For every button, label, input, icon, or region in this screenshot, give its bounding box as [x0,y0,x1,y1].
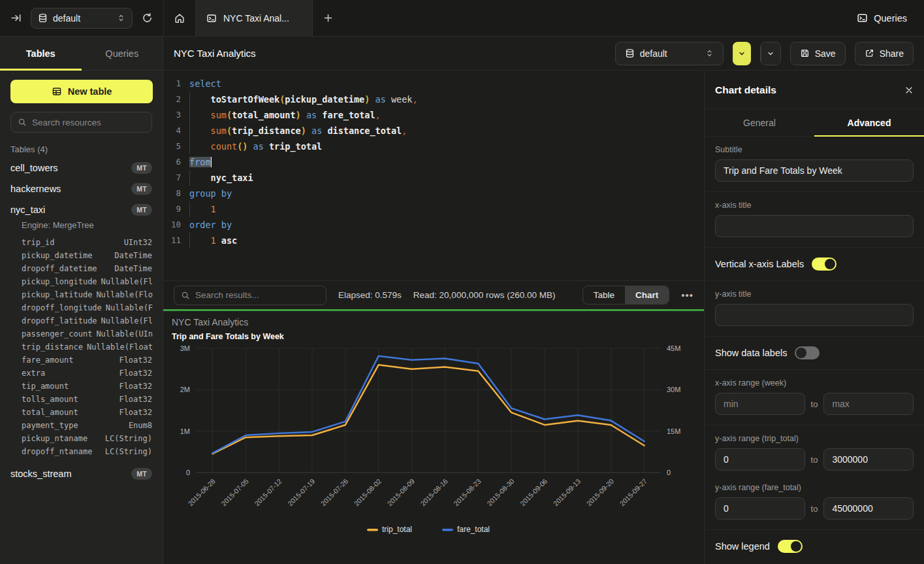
x-axis-title-label: x-axis title [715,201,914,210]
database-selector[interactable]: default [31,8,133,29]
results-toolbar: Elapsed: 0.579s Read: 20,000,000 rows (2… [163,280,704,309]
sidebar-search[interactable] [10,112,152,133]
chart-svg: NYC Taxi AnalyticsTrip and Fare Totals b… [163,311,704,561]
run-options-chevron-down-icon[interactable] [733,42,751,65]
engine-badge: MT [131,468,152,480]
range-to-label: to [811,455,818,465]
share-button[interactable]: Share [855,42,914,65]
column-row: trip_distanceNullable(Float [22,340,152,354]
panel-header: Chart details [705,71,924,108]
show-data-labels-label: Show data labels [715,348,787,358]
code-line[interactable]: 1 asc [189,233,704,248]
code-line[interactable]: 1 [189,201,704,217]
save-button[interactable]: Save [790,42,846,65]
close-icon[interactable] [904,86,914,95]
svg-text:15M: 15M [667,427,680,435]
code-line[interactable]: nyc_taxi [189,170,704,186]
code-line[interactable]: from [189,154,704,170]
database-selector[interactable]: default [615,42,724,65]
queries-label: Queries [874,13,907,24]
save-label: Save [815,48,836,59]
x-range-max-input[interactable] [823,393,914,415]
y-range-trip-group: y-axis range (trip_total) to [705,425,924,474]
terminal-icon [206,13,217,24]
refresh-icon[interactable] [142,12,153,24]
svg-text:fare_total: fare_total [457,525,490,534]
search-results-input[interactable] [195,290,319,300]
search-resources-input[interactable] [32,118,145,127]
code-lines[interactable]: select toStartOfWeek(pickup_datetime) as… [189,76,704,280]
tab-general[interactable]: General [705,109,814,136]
column-row: dropoff_datetimeDateTime [22,262,152,275]
home-icon[interactable] [164,0,195,36]
svg-text:3M: 3M [180,344,190,352]
text-cursor [211,157,212,167]
y-range-trip-max-input[interactable] [823,448,914,471]
y-range-fare-max-input[interactable] [823,497,914,520]
new-table-button[interactable]: New table [10,80,153,103]
view-tab-table[interactable]: Table [583,286,625,304]
code-line[interactable]: group by [189,186,704,201]
code-line[interactable]: sum(trip_distance) as distance_total, [189,123,704,139]
code-line[interactable]: count() as trip_total [189,139,704,154]
chevron-updown-icon [705,49,714,58]
column-row: passenger_countNullable(UIn [22,327,152,340]
y-range-trip-min-input[interactable] [715,448,805,471]
column-row: fare_amountFloat32 [22,354,152,367]
view-tab-chart[interactable]: Chart [625,286,669,304]
topbar-right: Queries [857,0,924,36]
show-legend-toggle[interactable] [778,540,803,553]
code-line[interactable]: toStartOfWeek(pickup_datetime) as week, [189,91,704,107]
svg-text:30M: 30M [667,386,680,393]
table-row[interactable]: nyc_taxiMT [0,199,163,220]
y-axis-title-input[interactable] [715,304,914,326]
code-line[interactable]: select [189,76,704,91]
column-row: payment_typeEnum8 [22,419,152,432]
svg-text:2015-08-09: 2015-08-09 [386,477,417,508]
show-data-labels-toggle[interactable] [795,346,820,359]
y-range-fare-min-input[interactable] [715,497,805,520]
sidebar: Tables Queries New table Tables (4) cell… [0,37,163,564]
tab-tables[interactable]: Tables [0,37,82,70]
save-icon [800,48,810,58]
svg-text:2015-08-02: 2015-08-02 [353,477,383,508]
svg-text:2015-09-13: 2015-09-13 [552,477,582,508]
code-line[interactable]: order by [189,217,704,233]
y-axis-title-label: y-axis title [715,290,914,299]
range-to-label: to [811,399,818,409]
column-row: tolls_amountFloat32 [22,393,152,406]
table-name: stocks_stream [10,469,71,479]
x-axis-title-input[interactable] [715,215,914,237]
range-to-label: to [811,504,818,514]
x-range-group: x-axis range (week) to [705,370,924,425]
tab-queries[interactable]: Queries [82,37,163,70]
sql-ai-chevron-down-icon[interactable] [761,42,780,65]
subtitle-input[interactable] [715,159,914,182]
results-search[interactable] [174,286,327,305]
engine-badge: MT [131,162,152,174]
x-range-min-input[interactable] [715,393,805,415]
gutter: 1234567891011 [163,76,189,280]
queries-button[interactable]: Queries [857,12,907,24]
main-area: 1234567891011 select toStartOfWeek(picku… [163,71,704,564]
column-row: pickup_ntanameLC(String) [22,432,152,445]
svg-text:2015-07-05: 2015-07-05 [219,477,250,508]
table-row[interactable]: stocks_streamMT [0,463,163,484]
new-tab-icon[interactable] [313,0,344,36]
run-button[interactable]: Run [733,42,751,65]
sidebar-tabs: Tables Queries [0,37,163,71]
sql-ai-button[interactable]: SQL AI [760,42,781,65]
table-row[interactable]: cell_towersMT [0,158,163,178]
tab-advanced[interactable]: Advanced [814,109,924,136]
table-grid-icon [52,86,62,97]
code-line[interactable]: sum(total_amount) as fare_total, [189,107,704,123]
table-row[interactable]: hackernewsMT [0,178,163,199]
more-options-icon[interactable]: ••• [681,290,693,301]
y-range-fare-label: y-axis range (fare_total) [715,483,914,492]
sql-editor[interactable]: 1234567891011 select toStartOfWeek(picku… [163,71,704,280]
editor-tab[interactable]: NYC Taxi Anal... [195,0,313,36]
table-name: cell_towers [10,163,58,173]
column-row: tip_amountFloat32 [22,380,152,393]
vertical-x-labels-toggle[interactable] [812,257,836,271]
collapse-sidebar-icon[interactable] [10,12,22,24]
